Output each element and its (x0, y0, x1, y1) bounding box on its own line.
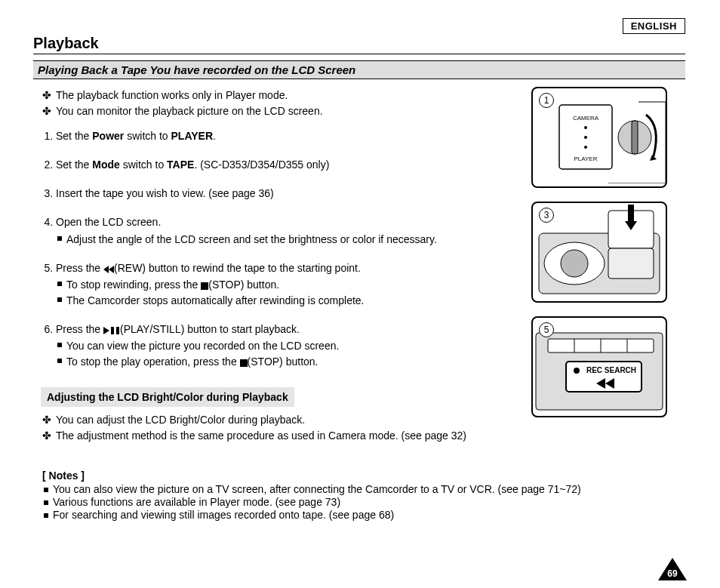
stop-icon (201, 282, 208, 290)
text: Set the (56, 159, 92, 171)
step-2: Set the Mode switch to TAPE. (SC-D353/D3… (56, 157, 518, 172)
label-camera: CAMERA (573, 115, 599, 122)
step-4: Open the LCD screen. Adjust the angle of… (56, 214, 518, 247)
notes-list: You can also view the picture on a TV sc… (53, 483, 685, 521)
svg-point-6 (584, 136, 587, 139)
adjust-item: You can adjust the LCD Bright/Color duri… (56, 412, 518, 427)
sub-item: Adjust the angle of the LCD screen and s… (66, 232, 518, 247)
text: To stop the play operation, press the (66, 356, 240, 368)
text-bold: Power (92, 130, 124, 142)
svg-text:69: 69 (667, 568, 678, 579)
step-5: Press the (REW) button to rewind the tap… (56, 260, 518, 308)
svg-rect-14 (608, 248, 654, 279)
note-item: You can also view the picture on a TV sc… (53, 483, 685, 495)
subsection-heading: Adjusting the LCD Bright/Color during Pl… (41, 387, 294, 407)
text-bold: Mode (92, 159, 120, 171)
intro-item: The playback function works only in Play… (56, 88, 518, 103)
intro-list: The playback function works only in Play… (42, 88, 518, 119)
section-heading: Playing Back a Tape You have recorded on… (33, 60, 685, 79)
svg-rect-0 (201, 282, 208, 290)
svg-point-5 (584, 126, 587, 129)
svg-rect-1 (111, 327, 114, 334)
sub-list: You can view the picture you recorded on… (66, 338, 518, 369)
text-bold: PLAYER (171, 130, 214, 142)
text: (STOP) button. (208, 279, 279, 291)
rec-search-label: REC SEARCH (586, 366, 636, 374)
sub-item: To stop the play operation, press the (S… (66, 354, 518, 369)
title-rule (33, 54, 685, 54)
notes-heading: [ Notes ] (42, 469, 685, 482)
figure-1: 1 CAMERA PLAYER (531, 87, 667, 188)
text: (STOP) button. (248, 356, 318, 368)
sub-item: To stop rewinding, press the (STOP) butt… (66, 277, 518, 292)
step-3: Insert the tape you wish to view. (see p… (56, 186, 518, 201)
step-1: Set the Power switch to PLAYER. (56, 128, 518, 143)
figure-number: 3 (539, 208, 554, 223)
page-number: 69 (658, 558, 687, 580)
label-player: PLAYER (574, 155, 598, 162)
text: (REW) button to rewind the tape to the s… (114, 262, 361, 274)
figure-5: 5 REC SEARCH (531, 316, 667, 417)
text: Set the (56, 130, 92, 142)
svg-rect-3 (240, 359, 248, 367)
svg-point-7 (584, 146, 587, 149)
step-6: Press the (PLAY/STILL) button to start p… (56, 322, 518, 369)
body-text: The playback function works only in Play… (42, 87, 518, 453)
text: To stop rewinding, press the (66, 279, 201, 291)
text: . (SC-D353/D354/D355 only) (194, 159, 329, 171)
text-bold: TAPE (167, 159, 194, 171)
svg-rect-2 (116, 327, 119, 334)
sub-item: The Camcorder stops automatically after … (66, 293, 518, 308)
text: Open the LCD screen. (56, 216, 161, 228)
sub-list: Adjust the angle of the LCD screen and s… (66, 232, 518, 247)
intro-item: You can monitor the playback picture on … (56, 103, 518, 119)
figure-3: 3 (531, 202, 667, 303)
figures-column: 1 CAMERA PLAYER 3 (531, 87, 667, 431)
language-label: ENGLISH (623, 18, 685, 34)
page-title: Playback (33, 35, 685, 52)
note-item: Various functions are available in Playe… (53, 496, 685, 508)
svg-point-12 (561, 250, 588, 277)
rewind-icon (103, 266, 114, 273)
adjust-item: The adjustment method is the same proced… (56, 428, 518, 443)
text: switch to (120, 159, 167, 171)
steps-list: Set the Power switch to PLAYER. Set the … (42, 128, 518, 369)
text: . (213, 130, 216, 142)
figure-number: 5 (539, 322, 554, 337)
adjust-list: You can adjust the LCD Bright/Color duri… (42, 412, 518, 444)
text: switch to (124, 130, 171, 142)
sub-list: To stop rewinding, press the (STOP) butt… (66, 277, 518, 308)
svg-point-21 (574, 368, 580, 374)
note-item: For searching and viewing still images r… (53, 509, 685, 521)
sub-item: You can view the picture you recorded on… (66, 338, 518, 353)
text: (PLAY/STILL) button to start playback. (120, 323, 300, 335)
play-pause-icon (103, 327, 120, 334)
text: Press the (56, 323, 103, 335)
stop-icon (240, 359, 248, 367)
svg-rect-9 (632, 121, 638, 154)
figure-number: 1 (539, 93, 554, 108)
text: Press the (56, 262, 103, 274)
